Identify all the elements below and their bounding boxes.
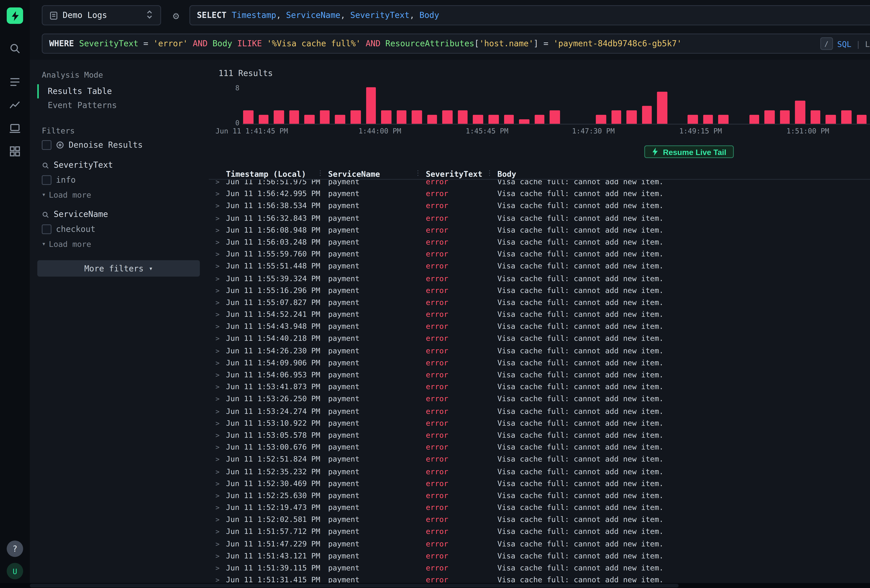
log-row[interactable]: >Jun 11 1:54:26.230 PMpaymenterrorVisa c… [209, 345, 870, 357]
column-resize-handle[interactable]: ⋮ [486, 169, 493, 176]
row-expand-chevron[interactable]: > [216, 321, 226, 333]
log-row[interactable]: >Jun 11 1:53:24.274 PMpaymenterrorVisa c… [209, 405, 870, 417]
histogram-bar[interactable] [304, 115, 314, 124]
gear-icon[interactable]: ⚙ [168, 5, 183, 25]
histogram-bar[interactable] [427, 115, 437, 124]
filter-checkbox[interactable] [42, 225, 52, 234]
column-header-severitytext[interactable]: SeverityText⋮ [426, 169, 497, 178]
row-expand-chevron[interactable]: > [216, 369, 226, 381]
row-expand-chevron[interactable]: > [216, 454, 226, 466]
sql-select-input[interactable]: SELECT Timestamp, ServiceName, SeverityT… [189, 5, 870, 25]
log-row[interactable]: >Jun 11 1:53:10.922 PMpaymenterrorVisa c… [209, 417, 870, 429]
log-row[interactable]: >Jun 11 1:51:31.415 PMpaymenterrorVisa c… [209, 574, 870, 583]
histogram-bar[interactable] [258, 115, 268, 124]
histogram-bar[interactable] [795, 101, 805, 124]
row-expand-chevron[interactable]: > [216, 538, 226, 550]
log-row[interactable]: >Jun 11 1:52:19.473 PMpaymenterrorVisa c… [209, 502, 870, 514]
log-row[interactable]: >Jun 11 1:56:42.995 PMpaymenterrorVisa c… [209, 188, 870, 200]
histogram-bar[interactable] [535, 115, 545, 124]
help-button[interactable]: ? [7, 540, 23, 557]
histogram-bar[interactable] [458, 110, 468, 124]
mode-results-table[interactable]: Results Table [37, 84, 200, 98]
histogram-bar[interactable] [749, 115, 759, 124]
row-expand-chevron[interactable]: > [216, 249, 226, 261]
chart-explorer-icon[interactable] [8, 98, 22, 112]
row-expand-chevron[interactable]: > [216, 502, 226, 514]
lucene-mode-toggle[interactable]: Lucene [865, 39, 870, 48]
row-expand-chevron[interactable]: > [216, 514, 226, 526]
row-expand-chevron[interactable]: > [216, 381, 226, 393]
log-row[interactable]: >Jun 11 1:55:51.448 PMpaymenterrorVisa c… [209, 261, 870, 272]
histogram-bar[interactable] [857, 115, 867, 124]
row-expand-chevron[interactable]: > [216, 526, 226, 538]
row-expand-chevron[interactable]: > [216, 309, 226, 321]
log-row[interactable]: >Jun 11 1:54:09.906 PMpaymenterrorVisa c… [209, 357, 870, 369]
log-row[interactable]: >Jun 11 1:52:30.469 PMpaymenterrorVisa c… [209, 478, 870, 490]
logs-icon[interactable] [8, 75, 22, 89]
filter-checkbox[interactable] [42, 175, 52, 185]
log-row[interactable]: >Jun 11 1:53:41.873 PMpaymenterrorVisa c… [209, 381, 870, 393]
log-row[interactable]: >Jun 11 1:53:00.676 PMpaymenterrorVisa c… [209, 442, 870, 454]
histogram-bar[interactable] [243, 110, 253, 124]
histogram-bar[interactable] [764, 110, 775, 124]
histogram-bar[interactable] [596, 115, 606, 124]
row-expand-chevron[interactable]: > [216, 236, 226, 248]
filter-option-info[interactable]: info [42, 175, 200, 185]
row-expand-chevron[interactable]: > [216, 442, 226, 454]
source-select[interactable]: Demo Logs [42, 5, 161, 25]
log-row[interactable]: >Jun 11 1:52:51.824 PMpaymenterrorVisa c… [209, 454, 870, 466]
column-header-body[interactable]: Body [498, 169, 870, 178]
log-row[interactable]: >Jun 11 1:53:26.250 PMpaymenterrorVisa c… [209, 393, 870, 405]
log-row[interactable]: >Jun 11 1:56:32.843 PMpaymenterrorVisa c… [209, 212, 870, 224]
row-expand-chevron[interactable]: > [216, 562, 226, 574]
row-expand-chevron[interactable]: > [216, 284, 226, 296]
row-expand-chevron[interactable]: > [216, 272, 226, 284]
row-expand-chevron[interactable]: > [216, 333, 226, 345]
search-icon[interactable] [8, 42, 22, 55]
row-expand-chevron[interactable]: > [216, 357, 226, 369]
row-expand-chevron[interactable]: > [216, 429, 226, 441]
row-expand-chevron[interactable]: > [216, 393, 226, 405]
log-row[interactable]: >Jun 11 1:55:07.827 PMpaymenterrorVisa c… [209, 296, 870, 309]
row-expand-chevron[interactable]: > [216, 200, 226, 212]
log-row[interactable]: >Jun 11 1:52:25.630 PMpaymenterrorVisa c… [209, 490, 870, 502]
log-row[interactable]: >Jun 11 1:51:47.229 PMpaymenterrorVisa c… [209, 538, 870, 550]
log-row[interactable]: >Jun 11 1:51:57.712 PMpaymenterrorVisa c… [209, 526, 870, 538]
histogram-bar[interactable] [626, 110, 636, 124]
histogram-bar[interactable] [396, 110, 407, 124]
load-more-servicename[interactable]: ▾ Load more [42, 240, 200, 248]
where-filter-input[interactable]: WHERE SeverityText = 'error' AND Body IL… [42, 34, 870, 54]
more-filters-button[interactable]: More filters ▾ [37, 260, 200, 277]
log-row[interactable]: >Jun 11 1:55:59.760 PMpaymenterrorVisa c… [209, 249, 870, 261]
log-row[interactable]: >Jun 11 1:56:03.248 PMpaymenterrorVisa c… [209, 236, 870, 248]
histogram-bar[interactable] [504, 115, 514, 124]
row-expand-chevron[interactable]: > [216, 466, 226, 478]
column-resize-handle[interactable]: ⋮ [317, 169, 324, 176]
log-row[interactable]: >Jun 11 1:55:16.296 PMpaymenterrorVisa c… [209, 284, 870, 296]
column-resize-handle[interactable]: ⋮ [415, 169, 422, 176]
log-row[interactable]: >Jun 11 1:54:52.241 PMpaymenterrorVisa c… [209, 309, 870, 321]
histogram-bar[interactable] [780, 110, 790, 124]
row-expand-chevron[interactable]: > [216, 188, 226, 200]
histogram-bar[interactable] [550, 110, 560, 124]
histogram-bar[interactable] [703, 115, 713, 124]
mode-event-patterns[interactable]: Event Patterns [37, 98, 200, 113]
row-expand-chevron[interactable]: > [216, 180, 226, 188]
row-expand-chevron[interactable]: > [216, 550, 226, 562]
histogram-bar[interactable] [320, 110, 330, 124]
row-expand-chevron[interactable]: > [216, 574, 226, 583]
column-header-servicename[interactable]: ServiceName⋮ [328, 169, 426, 178]
resume-live-tail-button[interactable]: Resume Live Tail [644, 146, 734, 158]
dashboards-icon[interactable] [8, 144, 22, 158]
log-row[interactable]: >Jun 11 1:54:40.218 PMpaymenterrorVisa c… [209, 333, 870, 345]
row-expand-chevron[interactable]: > [216, 224, 226, 236]
histogram-bar[interactable] [274, 110, 284, 124]
column-header-timestamp[interactable]: Timestamp (Local)⋮ [226, 169, 328, 178]
histogram-bar[interactable] [473, 115, 483, 124]
row-expand-chevron[interactable]: > [216, 345, 226, 357]
log-row[interactable]: >Jun 11 1:55:39.324 PMpaymenterrorVisa c… [209, 272, 870, 284]
histogram-bar[interactable] [826, 115, 836, 124]
log-row[interactable]: >Jun 11 1:52:35.232 PMpaymenterrorVisa c… [209, 466, 870, 478]
filter-option-checkout[interactable]: checkout [42, 225, 200, 234]
denoise-results-toggle[interactable]: Denoise Results [42, 140, 200, 150]
